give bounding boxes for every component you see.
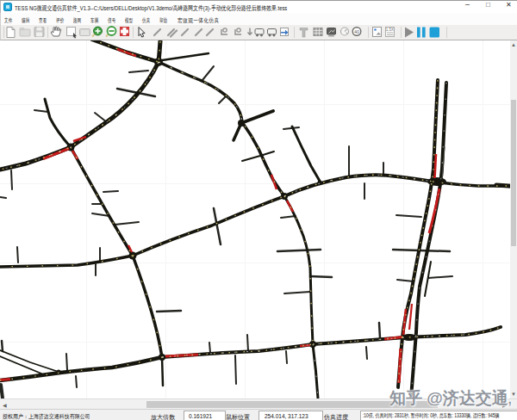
svg-text:1.5X: 1.5X	[386, 28, 394, 32]
svg-text:40: 40	[354, 29, 359, 34]
